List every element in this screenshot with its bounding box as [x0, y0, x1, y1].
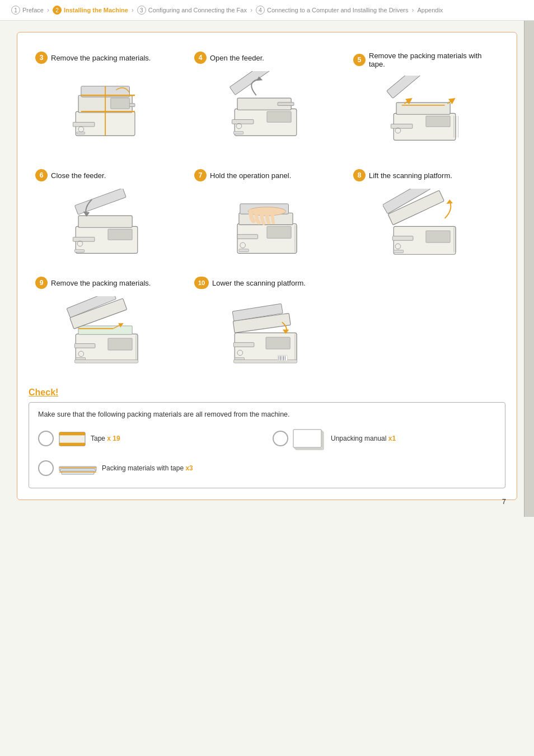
steps-row-2: 6 Close the feeder.: [29, 164, 505, 271]
check-description: Make sure that the following packing mat…: [38, 410, 496, 418]
nav-step-1-label: Preface: [22, 7, 44, 13]
step-7-cell: 7 Hold the operation panel.: [188, 164, 346, 271]
steps-row-1: 3 Remove the packing materials.: [29, 46, 505, 158]
check-box: Make sure that the following packing mat…: [29, 402, 505, 488]
nav-arrow-2: ›: [132, 6, 134, 14]
svg-rect-35: [108, 229, 132, 240]
svg-rect-19: [233, 131, 243, 134]
step-4-cell: 4 Open the feeder.: [188, 46, 346, 158]
steps-row-3: 9 Remove the packing materials.: [29, 271, 505, 379]
step-num-3: 3: [137, 6, 146, 15]
svg-rect-89: [59, 443, 85, 446]
step-3-cell: 3 Remove the packing materials.: [29, 46, 188, 158]
svg-rect-43: [237, 234, 258, 239]
check-title: Check!: [29, 388, 505, 398]
step-6-header: 6 Close the feeder.: [35, 169, 106, 181]
svg-rect-17: [267, 111, 291, 122]
manual-qty: x1: [388, 435, 396, 442]
step-8-cell: 8 Lift the scanning platform.: [346, 164, 505, 271]
step-num-4: 4: [256, 6, 265, 15]
step-empty-cell: [346, 271, 505, 379]
nav-arrow-3: ›: [250, 6, 252, 14]
svg-marker-51: [447, 199, 453, 204]
svg-rect-22: [387, 76, 432, 99]
step-5-image: [353, 74, 499, 147]
step-4-header: 4 Open the feeder.: [194, 52, 264, 64]
svg-rect-75: [233, 342, 254, 347]
svg-rect-92: [293, 430, 321, 447]
nav-step-3[interactable]: 3 Configuring and Connecting the Fax: [137, 6, 247, 15]
svg-rect-15: [278, 102, 294, 105]
step-4-image: [194, 69, 340, 142]
step-3-badge: 3: [35, 52, 48, 64]
svg-rect-81: [278, 355, 287, 361]
step-3-svg: [65, 71, 151, 141]
svg-rect-59: [78, 325, 132, 334]
step-9-header: 9 Remove the packing materials.: [35, 277, 151, 289]
manual-label: Unpacking manual x1: [331, 435, 396, 442]
svg-rect-69: [74, 360, 138, 363]
nav-step-3-label: Configuring and Connecting the Fax: [148, 7, 247, 13]
step-9-cell: 9 Remove the packing materials.: [29, 271, 188, 379]
svg-rect-63: [108, 338, 132, 349]
step-3-header: 3 Remove the packing materials.: [35, 52, 151, 64]
step-4-title: Open the feeder.: [210, 54, 264, 62]
check-item-manual: Unpacking manual x1: [273, 425, 496, 452]
side-tab: [524, 21, 534, 517]
nav-arrow-1: ›: [47, 6, 49, 14]
svg-rect-45: [239, 249, 249, 251]
svg-rect-95: [62, 471, 94, 474]
nav-arrow-4: ›: [411, 6, 414, 14]
step-4-badge: 4: [194, 52, 207, 64]
nav-step-4[interactable]: 4 Connecting to a Computer and Installin…: [256, 6, 409, 15]
packing-circle-icon: [38, 460, 54, 476]
step-7-image: [194, 187, 340, 260]
step-10-header: 10 Lower the scanning platform.: [194, 277, 306, 289]
step-10-image: [194, 295, 340, 367]
svg-rect-16: [232, 119, 254, 124]
tape-qty: x 19: [107, 435, 120, 442]
svg-rect-55: [394, 250, 403, 253]
step-6-title: Close the feeder.: [51, 171, 106, 180]
step-5-svg: [383, 76, 469, 146]
svg-rect-74: [266, 337, 290, 349]
tape-circle-icon: [38, 431, 54, 446]
step-3-image: [35, 69, 181, 142]
packing-qty: x3: [185, 464, 193, 472]
nav-step-1[interactable]: 1 Preface: [11, 6, 44, 15]
step-10-badge: 10: [194, 277, 209, 289]
step-6-svg: [65, 189, 151, 259]
step-10-cell: 10 Lower the scanning platform.: [188, 271, 346, 379]
nav-step-2-label: Installing the Machine: [64, 7, 128, 13]
packing-icon: [58, 456, 97, 480]
step-num-1: 1: [11, 6, 20, 15]
manual-icon: [293, 425, 326, 452]
svg-rect-42: [267, 226, 291, 238]
page-number: 7: [502, 497, 506, 506]
svg-rect-21: [396, 102, 450, 114]
nav-step-2[interactable]: 2 Installing the Machine: [53, 6, 128, 15]
svg-rect-3: [73, 122, 95, 127]
step-9-title: Remove the packing materials.: [51, 279, 151, 287]
nav-step-appendix[interactable]: Appendix: [417, 7, 443, 13]
step-7-svg: [224, 189, 310, 259]
check-section: Check! Make sure that the following pack…: [29, 388, 505, 488]
step-8-header: 8 Lift the scanning platform.: [353, 169, 452, 181]
svg-rect-10: [77, 132, 85, 134]
step-7-header: 7 Hold the operation panel.: [194, 169, 291, 181]
svg-rect-64: [74, 343, 95, 348]
svg-rect-24: [391, 124, 413, 128]
step-5-header: 5 Remove the packing materials with tape…: [353, 52, 499, 68]
main-content-box: 3 Remove the packing materials.: [17, 32, 517, 500]
tape-icon: [58, 428, 86, 449]
step-8-svg: [383, 189, 469, 259]
step-9-svg: [65, 296, 151, 366]
page-wrapper: 3 Remove the packing materials.: [0, 21, 534, 517]
step-8-title: Lift the scanning platform.: [369, 171, 452, 180]
step-4-svg: [224, 71, 310, 141]
step-num-2: 2: [53, 6, 62, 15]
step-9-image: [35, 295, 181, 367]
svg-rect-25: [426, 116, 450, 127]
step-8-badge: 8: [353, 169, 366, 181]
check-item-packing: Packing materials with tape x3: [38, 456, 261, 480]
